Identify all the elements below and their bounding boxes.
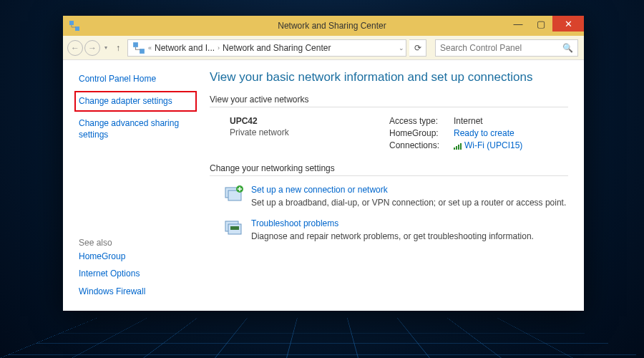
access-type-value: Internet (454, 116, 568, 126)
search-icon[interactable]: 🔍 (562, 43, 573, 53)
svg-rect-6 (458, 145, 459, 150)
sidebar-item-firewall[interactable]: Windows Firewall (79, 283, 192, 301)
svg-rect-4 (454, 147, 455, 150)
wifi-signal-icon (454, 142, 462, 150)
sidebar: Control Panel Home Change adapter settin… (63, 60, 203, 311)
sidebar-item-home[interactable]: Control Panel Home (79, 70, 192, 88)
svg-rect-5 (456, 146, 457, 150)
connections-label: Connections: (389, 140, 454, 150)
forward-button[interactable]: → (84, 40, 100, 56)
breadcrumb-item[interactable]: Network and Sharing Center (220, 43, 333, 53)
troubleshoot-icon (224, 218, 244, 237)
sidebar-item-homegroup[interactable]: HomeGroup (79, 248, 192, 266)
setup-connection-icon (224, 185, 244, 203)
network-sharing-icon (69, 20, 80, 32)
see-also-label: See also (79, 219, 192, 248)
toolbar: ← → ▾ ↑ « Network and I... › Network and… (63, 36, 584, 60)
back-button[interactable]: ← (67, 40, 83, 56)
history-dropdown-icon[interactable]: ▾ (103, 44, 109, 51)
chevron-down-icon[interactable]: ⌄ (399, 44, 404, 52)
svg-rect-0 (69, 21, 74, 25)
setup-connection-link[interactable]: Set up a new connection or network (251, 185, 566, 195)
refresh-button[interactable]: ⟳ (409, 39, 426, 57)
search-input[interactable]: 🔍 (435, 39, 578, 57)
setup-connection-item: Set up a new connection or network Set u… (210, 185, 568, 208)
section-change-settings: Change your networking settings (210, 163, 568, 173)
breadcrumb-item[interactable]: Network and I... (152, 43, 218, 53)
homegroup-label: HomeGroup: (389, 128, 454, 138)
up-button[interactable]: ↑ (112, 43, 125, 53)
active-network-row: UPC42 Private network Access type: Inter… (210, 116, 568, 150)
access-type-label: Access type: (389, 116, 454, 126)
troubleshoot-item: Troubleshoot problems Diagnose and repai… (210, 218, 568, 242)
search-field[interactable] (440, 43, 562, 53)
content-area: View your basic network information and … (203, 60, 584, 311)
setup-connection-desc: Set up a broadband, dial-up, or VPN conn… (251, 197, 566, 208)
minimize-button[interactable]: — (507, 16, 530, 32)
titlebar[interactable]: Network and Sharing Center — ▢ ✕ (63, 16, 584, 36)
sidebar-item-internet-options[interactable]: Internet Options (79, 265, 192, 283)
maximize-button[interactable]: ▢ (530, 16, 552, 32)
address-bar[interactable]: « Network and I... › Network and Sharing… (127, 39, 406, 57)
network-type: Private network (230, 127, 389, 137)
window-frame: Network and Sharing Center — ▢ ✕ ← → ▾ ↑… (63, 16, 584, 311)
svg-rect-13 (230, 226, 239, 230)
network-name: UPC42 (230, 116, 389, 126)
svg-rect-7 (460, 143, 462, 150)
connection-value: Wi-Fi (UPCI15) (464, 140, 522, 150)
section-active-networks: View your active networks (210, 95, 568, 105)
homegroup-link[interactable]: Ready to create (454, 128, 568, 138)
sidebar-item-advanced[interactable]: Change advanced sharing settings (79, 115, 192, 145)
network-sharing-icon (132, 42, 145, 54)
troubleshoot-desc: Diagnose and repair network problems, or… (251, 231, 534, 242)
svg-rect-2 (133, 42, 138, 47)
sidebar-item-adapter[interactable]: Change adapter settings (74, 91, 197, 112)
page-title: View your basic network information and … (210, 70, 568, 84)
close-button[interactable]: ✕ (552, 16, 584, 32)
troubleshoot-link[interactable]: Troubleshoot problems (251, 218, 534, 228)
connection-link[interactable]: Wi-Fi (UPCI15) (454, 140, 568, 150)
